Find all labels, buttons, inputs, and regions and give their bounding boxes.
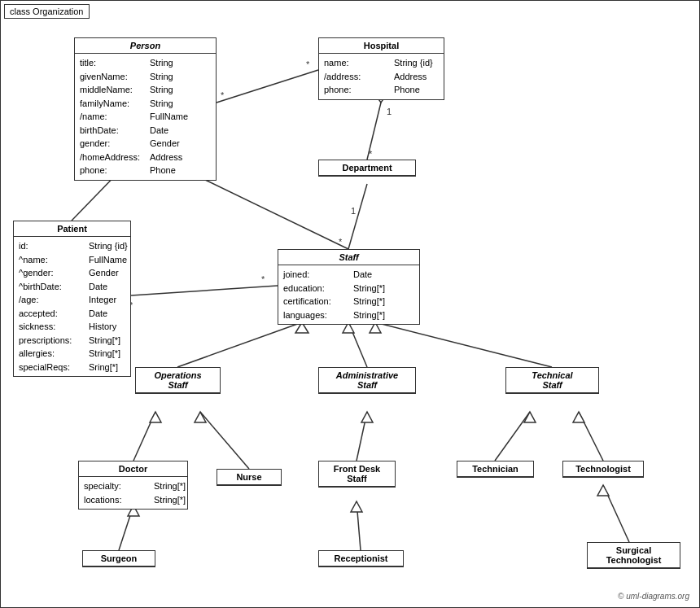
class-operations-staff: Operations Staff: [135, 367, 221, 394]
diagram-title: class Organization: [4, 4, 90, 19]
class-front-desk-staff-header: Front Desk Staff: [319, 461, 395, 487]
class-department: Department: [318, 160, 416, 177]
class-front-desk-staff: Front Desk Staff: [318, 461, 396, 488]
class-doctor: Doctor specialty:String[*] locations:Str…: [78, 461, 188, 510]
uml-diagram: class Organization 1 * * * 1 * * *: [0, 0, 700, 608]
class-administrative-staff-header: Administrative Staff: [319, 368, 415, 393]
svg-text:*: *: [221, 90, 225, 100]
class-technical-staff: Technical Staff: [505, 367, 599, 394]
svg-line-4: [217, 70, 318, 103]
svg-line-25: [200, 412, 249, 469]
svg-line-17: [177, 322, 302, 367]
class-patient-attrs: id:String {id} ^name:FullName ^gender:Ge…: [14, 237, 130, 376]
class-technician: Technician: [457, 461, 534, 478]
class-person: Person title:String givenName:String mid…: [74, 37, 217, 181]
class-technician-header: Technician: [457, 461, 533, 477]
svg-line-7: [348, 184, 367, 249]
class-technologist: Technologist: [562, 461, 644, 478]
class-nurse: Nurse: [217, 469, 282, 486]
class-hospital-attrs: name:String {id} /address:Address phone:…: [319, 54, 444, 99]
class-doctor-attrs: specialty:String[*] locations:String[*]: [79, 477, 187, 509]
class-patient-header: Patient: [14, 221, 130, 237]
svg-line-27: [357, 412, 367, 461]
class-department-header: Department: [319, 160, 415, 176]
svg-line-37: [603, 485, 629, 542]
class-operations-staff-header: Operations Staff: [136, 368, 220, 393]
class-staff-header: Staff: [278, 250, 419, 265]
svg-marker-26: [195, 412, 206, 422]
class-hospital-header: Hospital: [319, 38, 444, 54]
svg-marker-38: [597, 485, 609, 496]
svg-text:*: *: [369, 149, 373, 159]
svg-line-19: [348, 322, 367, 367]
svg-text:*: *: [339, 237, 343, 247]
svg-line-0: [367, 103, 381, 160]
class-surgical-technologist: Surgical Technologist: [587, 542, 680, 569]
class-technologist-header: Technologist: [563, 461, 643, 477]
svg-line-29: [495, 412, 530, 461]
svg-text:*: *: [261, 274, 265, 284]
class-surgical-technologist-header: Surgical Technologist: [588, 543, 680, 568]
svg-line-21: [375, 322, 552, 367]
svg-marker-24: [150, 412, 161, 422]
svg-line-35: [357, 501, 361, 550]
class-nurse-header: Nurse: [217, 470, 281, 485]
class-receptionist: Receptionist: [318, 550, 404, 567]
svg-marker-36: [351, 501, 362, 512]
class-surgeon-header: Surgeon: [83, 551, 155, 566]
class-hospital: Hospital name:String {id} /address:Addre…: [318, 37, 444, 100]
class-person-header: Person: [75, 38, 216, 54]
svg-text:1: 1: [351, 206, 356, 216]
copyright: © uml-diagrams.org: [618, 592, 689, 601]
class-receptionist-header: Receptionist: [319, 551, 403, 566]
class-staff-attrs: joined:Date education:String[*] certific…: [278, 265, 419, 324]
svg-line-14: [131, 286, 278, 295]
class-administrative-staff: Administrative Staff: [318, 367, 416, 394]
class-patient: Patient id:String {id} ^name:FullName ^g…: [13, 221, 131, 377]
class-person-attrs: title:String givenName:String middleName…: [75, 54, 216, 180]
svg-marker-28: [361, 412, 373, 422]
svg-text:*: *: [306, 59, 310, 69]
svg-text:1: 1: [387, 107, 392, 116]
svg-marker-30: [524, 412, 536, 422]
svg-line-33: [119, 505, 133, 550]
svg-line-23: [133, 412, 155, 461]
class-staff: Staff joined:Date education:String[*] ce…: [278, 249, 420, 325]
svg-line-31: [579, 412, 603, 461]
svg-marker-32: [573, 412, 584, 422]
class-surgeon: Surgeon: [82, 550, 155, 567]
class-technical-staff-header: Technical Staff: [506, 368, 598, 393]
class-doctor-header: Doctor: [79, 461, 187, 477]
